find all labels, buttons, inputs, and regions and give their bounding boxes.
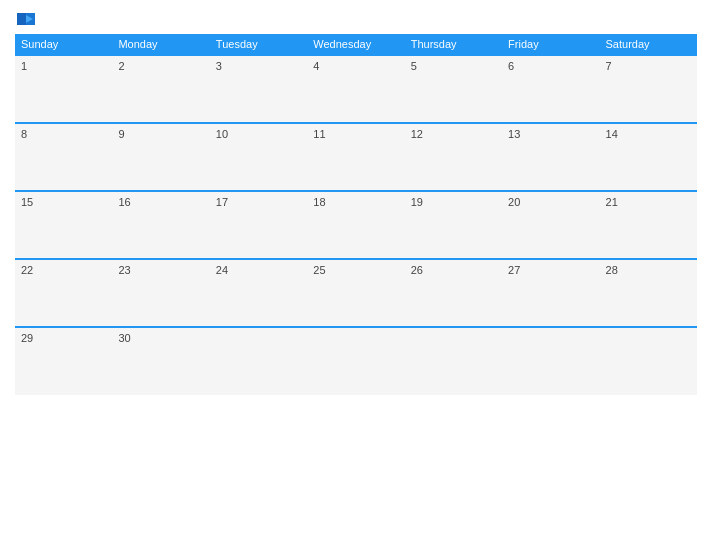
day-cell: 28 <box>600 259 697 327</box>
day-cell: 11 <box>307 123 404 191</box>
calendar-container: SundayMondayTuesdayWednesdayThursdayFrid… <box>0 0 712 550</box>
week-row-1: 1234567 <box>15 55 697 123</box>
day-number: 28 <box>606 264 618 276</box>
day-cell: 24 <box>210 259 307 327</box>
day-number: 17 <box>216 196 228 208</box>
day-number: 27 <box>508 264 520 276</box>
day-number: 7 <box>606 60 612 72</box>
day-cell: 18 <box>307 191 404 259</box>
calendar-grid: SundayMondayTuesdayWednesdayThursdayFrid… <box>15 34 697 395</box>
day-number: 23 <box>118 264 130 276</box>
day-number: 11 <box>313 128 325 140</box>
day-cell <box>405 327 502 395</box>
day-cell: 7 <box>600 55 697 123</box>
day-header-saturday: Saturday <box>600 34 697 55</box>
day-cell <box>210 327 307 395</box>
day-cell: 29 <box>15 327 112 395</box>
day-number: 30 <box>118 332 130 344</box>
day-header-thursday: Thursday <box>405 34 502 55</box>
day-cell: 21 <box>600 191 697 259</box>
day-cell: 3 <box>210 55 307 123</box>
day-cell: 26 <box>405 259 502 327</box>
day-cell: 19 <box>405 191 502 259</box>
day-cell: 8 <box>15 123 112 191</box>
day-cell: 23 <box>112 259 209 327</box>
logo <box>15 10 35 26</box>
day-cell: 17 <box>210 191 307 259</box>
day-number: 25 <box>313 264 325 276</box>
day-cell: 30 <box>112 327 209 395</box>
calendar-header <box>15 10 697 26</box>
day-number: 19 <box>411 196 423 208</box>
day-number: 10 <box>216 128 228 140</box>
day-cell: 1 <box>15 55 112 123</box>
day-number: 14 <box>606 128 618 140</box>
day-number: 4 <box>313 60 319 72</box>
day-header-friday: Friday <box>502 34 599 55</box>
day-header-wednesday: Wednesday <box>307 34 404 55</box>
day-number: 13 <box>508 128 520 140</box>
day-number: 1 <box>21 60 27 72</box>
day-header-tuesday: Tuesday <box>210 34 307 55</box>
day-cell: 2 <box>112 55 209 123</box>
day-cell: 13 <box>502 123 599 191</box>
day-cell: 12 <box>405 123 502 191</box>
days-header-row: SundayMondayTuesdayWednesdayThursdayFrid… <box>15 34 697 55</box>
day-cell <box>307 327 404 395</box>
day-cell: 10 <box>210 123 307 191</box>
day-number: 16 <box>118 196 130 208</box>
day-number: 6 <box>508 60 514 72</box>
day-cell: 4 <box>307 55 404 123</box>
week-row-3: 15161718192021 <box>15 191 697 259</box>
day-number: 3 <box>216 60 222 72</box>
week-row-5: 2930 <box>15 327 697 395</box>
day-header-sunday: Sunday <box>15 34 112 55</box>
day-number: 20 <box>508 196 520 208</box>
day-number: 9 <box>118 128 124 140</box>
day-cell: 9 <box>112 123 209 191</box>
day-cell: 16 <box>112 191 209 259</box>
day-number: 21 <box>606 196 618 208</box>
day-number: 24 <box>216 264 228 276</box>
day-cell: 6 <box>502 55 599 123</box>
day-cell: 27 <box>502 259 599 327</box>
week-row-2: 891011121314 <box>15 123 697 191</box>
day-header-monday: Monday <box>112 34 209 55</box>
day-number: 15 <box>21 196 33 208</box>
day-cell <box>502 327 599 395</box>
day-cell: 22 <box>15 259 112 327</box>
day-number: 26 <box>411 264 423 276</box>
day-number: 8 <box>21 128 27 140</box>
day-cell: 20 <box>502 191 599 259</box>
day-number: 5 <box>411 60 417 72</box>
day-cell <box>600 327 697 395</box>
day-number: 29 <box>21 332 33 344</box>
day-number: 12 <box>411 128 423 140</box>
week-row-4: 22232425262728 <box>15 259 697 327</box>
day-cell: 14 <box>600 123 697 191</box>
day-number: 18 <box>313 196 325 208</box>
day-number: 2 <box>118 60 124 72</box>
day-number: 22 <box>21 264 33 276</box>
day-cell: 15 <box>15 191 112 259</box>
day-cell: 5 <box>405 55 502 123</box>
day-cell: 25 <box>307 259 404 327</box>
logo-flag-icon <box>17 13 35 25</box>
